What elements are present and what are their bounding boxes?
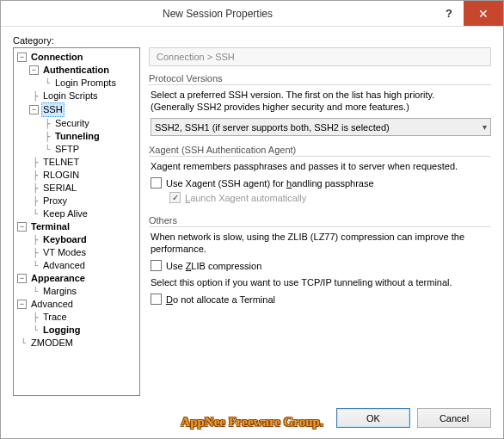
tree-serial[interactable]: ├SERIAL <box>15 182 138 195</box>
checkbox-label: Use Xagent (SSH agent) for handling pass… <box>166 178 374 189</box>
tree-advanced-terminal[interactable]: └Advanced <box>15 259 138 272</box>
help-button[interactable]: ? <box>434 1 464 26</box>
section-others: Others When network is slow, using the Z… <box>149 215 491 308</box>
content-panel: Connection > SSH Protocol Versions Selec… <box>149 47 491 396</box>
tree-security[interactable]: ├Security <box>15 117 138 130</box>
tree-sftp[interactable]: └SFTP <box>15 143 138 156</box>
tree-advanced[interactable]: −Advanced <box>15 298 138 311</box>
checkbox-label: Use ZLIB compression <box>166 261 261 271</box>
tree-margins[interactable]: └Margins <box>15 285 138 298</box>
dialog-footer: AppNee Freeware Group. OK Cancel <box>1 401 503 438</box>
tree-zmodem[interactable]: └ZMODEM <box>15 337 138 349</box>
watermark: AppNee Freeware Group. <box>181 415 323 430</box>
tree-vt-modes[interactable]: ├VT Modes <box>15 246 138 259</box>
zlib-description: When network is slow, using the ZLIB (LZ… <box>151 231 491 255</box>
tree-trace[interactable]: ├Trace <box>15 311 138 324</box>
section-xagent: Xagent (SSH Authentication Agent) Xagent… <box>149 145 491 207</box>
tree-rlogin[interactable]: ├RLOGIN <box>15 169 138 182</box>
tree-keyboard[interactable]: ├Keyboard <box>15 233 138 246</box>
titlebar: New Session Properties ? ✕ <box>1 1 503 27</box>
ok-button[interactable]: OK <box>336 408 410 428</box>
checkbox-icon <box>151 260 162 271</box>
tree-appearance[interactable]: −Appearance <box>15 272 138 285</box>
collapse-icon[interactable]: − <box>17 300 27 309</box>
checkbox-icon <box>151 294 162 305</box>
checkbox-label: Launch Xagent automatically <box>185 193 306 203</box>
tree-ssh[interactable]: −SSH <box>15 102 138 117</box>
tree-login-prompts[interactable]: └Login Prompts <box>15 77 138 90</box>
terminal-description: Select this option if you want to use TC… <box>151 276 491 288</box>
breadcrumb: Connection > SSH <box>149 47 491 66</box>
category-tree[interactable]: −Connection −Authentication └Login Promp… <box>13 47 140 396</box>
checkbox-zlib[interactable]: Use ZLIB compression <box>151 260 491 271</box>
columns: −Connection −Authentication └Login Promp… <box>13 47 491 396</box>
xagent-description: Xagent remembers passphrases and passes … <box>151 160 491 172</box>
checkbox-icon <box>151 177 162 189</box>
tree-proxy[interactable]: ├Proxy <box>15 195 138 207</box>
checkbox-label: Do not allocate a Terminal <box>166 294 275 305</box>
checkbox-use-xagent[interactable]: Use Xagent (SSH agent) for handling pass… <box>151 177 491 189</box>
protocol-description: Select a preferred SSH version. The firs… <box>151 89 491 113</box>
window-title: New Session Properties <box>1 8 434 20</box>
collapse-icon[interactable]: − <box>29 105 39 114</box>
section-title: Others <box>149 215 491 227</box>
close-button[interactable]: ✕ <box>464 1 503 26</box>
collapse-icon[interactable]: − <box>17 53 27 62</box>
tree-telnet[interactable]: ├TELNET <box>15 156 138 169</box>
tree-login-scripts[interactable]: ├Login Scripts <box>15 90 138 102</box>
ssh-version-select[interactable]: SSH2, SSH1 (if server supports both, SSH… <box>151 118 491 136</box>
tree-keep-alive[interactable]: └Keep Alive <box>15 207 138 220</box>
dialog-window: New Session Properties ? ✕ Category: −Co… <box>0 0 504 439</box>
tree-authentication[interactable]: −Authentication <box>15 64 138 77</box>
tree-connection[interactable]: −Connection <box>15 51 138 64</box>
titlebar-buttons: ? ✕ <box>434 1 503 26</box>
collapse-icon[interactable]: − <box>29 65 39 75</box>
section-title: Xagent (SSH Authentication Agent) <box>149 145 491 157</box>
chevron-down-icon: ▾ <box>482 122 487 132</box>
collapse-icon[interactable]: − <box>17 222 27 232</box>
cancel-button[interactable]: Cancel <box>417 408 491 428</box>
dialog-body: Category: −Connection −Authentication └L… <box>1 27 503 401</box>
tree-logging[interactable]: └Logging <box>15 324 138 337</box>
section-title: Protocol Versions <box>149 73 491 85</box>
collapse-icon[interactable]: − <box>17 274 27 283</box>
checkbox-no-terminal[interactable]: Do not allocate a Terminal <box>151 294 491 305</box>
checkbox-launch-xagent: Launch Xagent automatically <box>169 192 491 203</box>
section-protocol-versions: Protocol Versions Select a preferred SSH… <box>149 73 491 136</box>
tree-tunneling[interactable]: ├Tunneling <box>15 130 138 143</box>
category-label: Category: <box>13 35 491 46</box>
checkbox-icon <box>169 192 181 203</box>
tree-terminal[interactable]: −Terminal <box>15 220 138 233</box>
select-value: SSH2, SSH1 (if server supports both, SSH… <box>155 122 390 133</box>
